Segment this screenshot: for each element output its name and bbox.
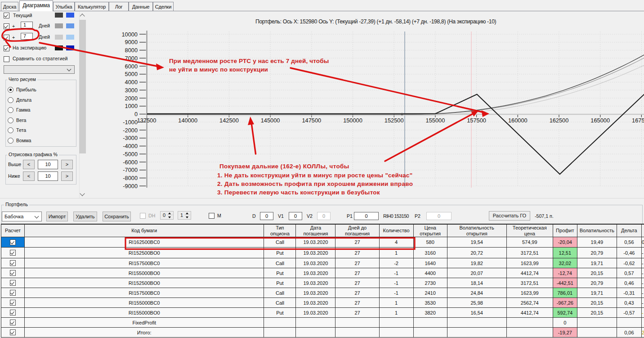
svg-text:-1000: -1000 — [123, 119, 138, 126]
svg-text:не уйти в минус по конструкции: не уйти в минус по конструкции — [169, 66, 268, 73]
svg-text:-8000: -8000 — [123, 175, 138, 181]
svg-text:167500: 167500 — [632, 117, 644, 124]
svg-text:-6000: -6000 — [123, 159, 138, 166]
svg-text:9000: 9000 — [125, 39, 138, 45]
svg-text:140000: 140000 — [178, 117, 197, 124]
svg-text:3000: 3000 — [125, 87, 138, 94]
svg-text:145000: 145000 — [261, 117, 280, 124]
svg-text:-7000: -7000 — [123, 167, 138, 173]
svg-text:-9000: -9000 — [123, 183, 138, 189]
svg-text:-3000: -3000 — [123, 135, 138, 141]
svg-text:165000: 165000 — [590, 117, 610, 124]
svg-text:7000: 7000 — [125, 55, 138, 62]
svg-text:При медленном росте РТС у нас: При медленном росте РТС у нас есть 7 дне… — [169, 58, 329, 64]
svg-text:147500: 147500 — [302, 117, 321, 124]
svg-text:5000: 5000 — [125, 71, 138, 77]
svg-text:152500: 152500 — [385, 117, 404, 124]
svg-text:142500: 142500 — [219, 117, 239, 124]
svg-text:160000: 160000 — [508, 117, 528, 124]
svg-text:8000: 8000 — [125, 47, 138, 54]
svg-text:-4000: -4000 — [123, 143, 138, 149]
svg-text:-2000: -2000 — [123, 127, 138, 134]
svg-text:137500: 137500 — [137, 117, 157, 124]
svg-text:Портфель: Ось X: 152980 Ось Y:: Портфель: Ось X: 152980 Ось Y: (Текущий … — [255, 18, 496, 25]
svg-text:150000: 150000 — [343, 117, 362, 124]
svg-text:0: 0 — [134, 111, 138, 117]
svg-text:3. Перевести левую часть конст: 3. Перевести левую часть конструкции в б… — [217, 189, 380, 196]
svg-text:10000: 10000 — [121, 31, 138, 38]
svg-text:6000: 6000 — [125, 63, 138, 70]
svg-text:1000: 1000 — [125, 103, 138, 109]
svg-text:155000: 155000 — [426, 117, 445, 124]
svg-text:-5000: -5000 — [123, 151, 138, 158]
svg-text:157500: 157500 — [467, 117, 486, 124]
svg-text:2. Дать возможность профита пр: 2. Дать возможность профита при хорошем … — [217, 180, 413, 187]
svg-text:2000: 2000 — [125, 95, 138, 102]
svg-text:Покупаем дальние (162-е) КОЛЛы: Покупаем дальние (162-е) КОЛЛы, чтобы — [219, 163, 349, 170]
svg-text:4000: 4000 — [125, 79, 138, 86]
svg-text:1. Не дать конструкции уйти в: 1. Не дать конструкции уйти в минус при … — [217, 172, 413, 179]
svg-text:162500: 162500 — [550, 117, 569, 124]
